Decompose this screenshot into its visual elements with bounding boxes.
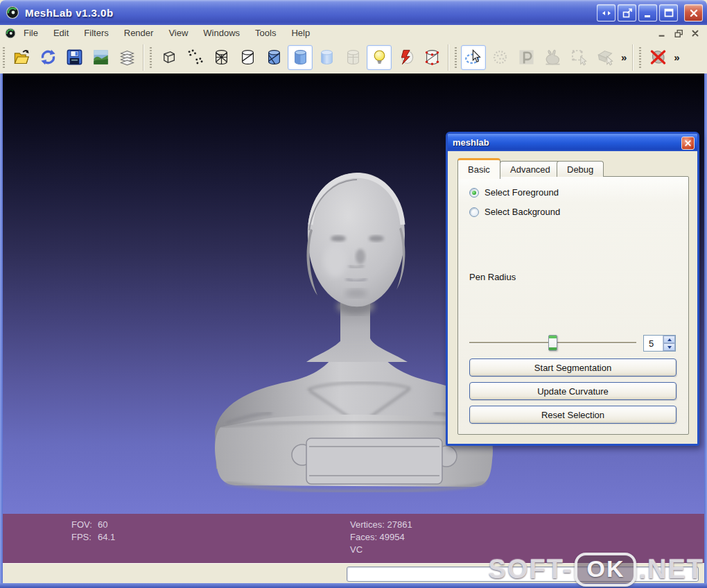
red-fold-arrow-icon <box>396 48 415 67</box>
reset-selection-button[interactable]: Reset Selection <box>469 406 677 424</box>
dialog-title-bar[interactable]: meshlab <box>448 134 697 151</box>
lighting-toggle-button[interactable] <box>367 45 392 70</box>
open-button[interactable] <box>9 45 34 70</box>
minimize-button[interactable] <box>638 4 657 21</box>
pen-radius-slider[interactable] <box>469 334 636 351</box>
menu-tools[interactable]: Tools <box>247 26 283 40</box>
spinbox-value[interactable]: 5 <box>644 336 663 351</box>
vertex-paint-button[interactable] <box>487 45 512 70</box>
select-vertices-button[interactable] <box>566 45 591 70</box>
menu-windows[interactable]: Windows <box>195 26 247 40</box>
vertices-readout: Vertices: 27861 <box>350 519 412 531</box>
delete-mesh-button[interactable] <box>645 45 670 70</box>
wireframe-cylinder-icon <box>212 48 231 67</box>
color-mode-readout: VC <box>350 544 412 556</box>
start-segmentation-button[interactable]: Start Segmentation <box>469 358 677 377</box>
align-tool-button[interactable] <box>514 45 539 70</box>
trackball-manipulate-button[interactable] <box>461 45 486 70</box>
window-frame-right <box>704 74 707 588</box>
menu-view[interactable]: View <box>161 26 195 40</box>
letter-p-icon <box>517 48 536 67</box>
smooth-cylinder-icon <box>317 48 336 67</box>
reload-button[interactable] <box>35 45 60 70</box>
slider-thumb[interactable] <box>548 335 557 351</box>
texture-mode-button[interactable] <box>340 45 365 70</box>
smooth-shading-mode-button[interactable] <box>314 45 339 70</box>
points-mode-button[interactable] <box>182 45 207 70</box>
meshlab-logo-icon <box>6 6 19 19</box>
wireframe-mode-button[interactable] <box>209 45 234 70</box>
menu-help[interactable]: Help <box>283 26 317 40</box>
dialog-body: Basic Advanced Debug Select Foreground S… <box>448 151 697 444</box>
maximize-button[interactable] <box>659 4 678 21</box>
menu-edit[interactable]: Edit <box>46 26 76 40</box>
pen-radius-label: Pen Radius <box>469 272 516 282</box>
status-bar <box>3 563 704 584</box>
spin-down-button[interactable] <box>663 343 675 351</box>
meshlab-dialog: meshlab Basic Advanced Debug Select Fore… <box>446 132 699 446</box>
save-button[interactable] <box>62 45 87 70</box>
toolbar-grip[interactable] <box>149 47 152 68</box>
pen-radius-spinbox[interactable]: 5 <box>643 335 676 352</box>
title-bar[interactable]: MeshLab v1.3.0b <box>0 0 707 25</box>
close-icon <box>688 7 700 19</box>
radio-checked-icon <box>469 188 479 198</box>
flat-lines-mode-button[interactable] <box>261 45 286 70</box>
tab-basic[interactable]: Basic <box>457 158 500 179</box>
toolbar-grip[interactable] <box>2 47 6 68</box>
toolbar: » » <box>0 41 707 74</box>
mdi-close-button[interactable] <box>689 28 701 39</box>
progress-bar <box>347 567 699 582</box>
close-button[interactable] <box>684 4 703 21</box>
flat-cylinder-icon <box>291 48 310 67</box>
meshlab-small-logo-icon <box>5 28 16 39</box>
points-icon <box>186 48 204 67</box>
select-faces-button[interactable] <box>593 45 618 70</box>
spin-up-button[interactable] <box>663 336 675 343</box>
open-folder-icon <box>12 48 31 67</box>
decorators-button[interactable] <box>393 45 418 70</box>
detach-window-button[interactable] <box>618 4 636 21</box>
light-bulb-icon <box>370 48 389 67</box>
toolbar-grip[interactable] <box>638 47 642 68</box>
tab-debug[interactable]: Debug <box>557 161 604 177</box>
bounding-box-button[interactable] <box>156 45 181 70</box>
mdi-minimize-button[interactable] <box>656 28 668 39</box>
select-vertices-icon <box>570 48 588 67</box>
shade-window-button[interactable] <box>597 4 616 21</box>
mdi-minimize-icon <box>657 28 667 38</box>
toolbar-separator <box>632 44 634 71</box>
menu-bar: File Edit Filters Render View Windows To… <box>0 25 707 41</box>
toolbar-overflow-chevron[interactable]: » <box>618 51 629 63</box>
menu-file[interactable]: File <box>16 26 46 40</box>
mdi-restore-button[interactable] <box>672 28 685 39</box>
dialog-close-button[interactable] <box>681 137 695 150</box>
snapshot-button[interactable] <box>88 45 113 70</box>
hidden-lines-mode-button[interactable] <box>235 45 260 70</box>
detach-window-icon <box>621 7 634 19</box>
bunny-icon <box>543 48 562 67</box>
fps-readout: FPS: 64.1 <box>71 531 115 544</box>
flat-shading-mode-button[interactable] <box>288 45 313 70</box>
toolbar-grip[interactable] <box>454 47 457 68</box>
fov-readout: FOV: 60 <box>71 519 115 531</box>
layers-button[interactable] <box>114 45 139 70</box>
snapshot-image-icon <box>91 48 110 67</box>
show-vertices-button[interactable] <box>419 45 444 70</box>
radio-select-foreground[interactable]: Select Foreground <box>469 187 559 198</box>
toolbar-overflow-chevron[interactable]: » <box>671 51 682 63</box>
maximize-icon <box>663 7 675 19</box>
menu-render[interactable]: Render <box>116 26 162 40</box>
menu-filters[interactable]: Filters <box>76 26 116 40</box>
radio-select-background[interactable]: Select Background <box>469 207 560 217</box>
mesh-info-bunny-button[interactable] <box>540 45 565 70</box>
left-right-arrows-icon <box>600 7 613 19</box>
tab-advanced[interactable]: Advanced <box>500 161 561 177</box>
meshlab-window: MeshLab v1.3.0b <box>0 0 707 588</box>
toolbar-separator <box>143 44 144 71</box>
paint-dots-icon <box>491 48 509 67</box>
arrow-up-icon <box>667 338 672 341</box>
texture-cylinder-icon <box>344 48 363 67</box>
bounding-box-icon <box>159 48 178 67</box>
update-curvature-button[interactable]: Update Curvature <box>469 382 677 400</box>
